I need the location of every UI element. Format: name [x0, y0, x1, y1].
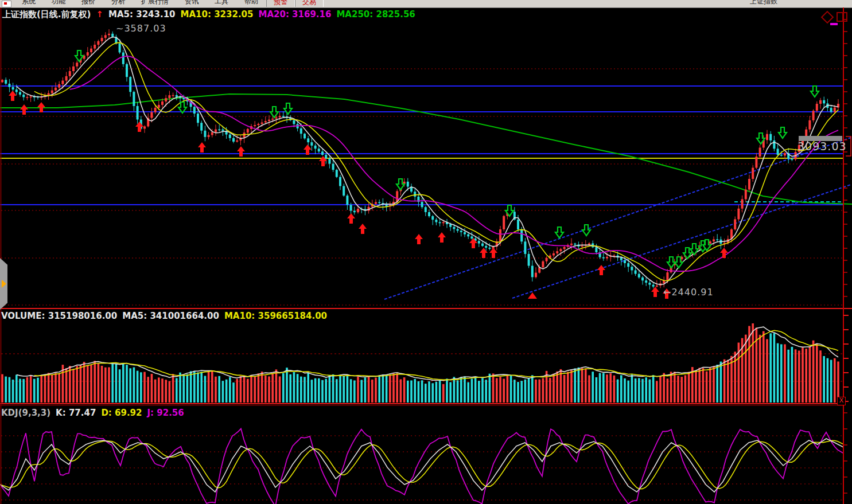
kdj-j: J: 92.56 — [147, 408, 184, 418]
sidebar-expand-handle[interactable] — [0, 258, 7, 310]
low-price-annotation: ←2440.91 — [663, 287, 714, 298]
low-marker: ← — [663, 287, 671, 298]
kdj-k: K: 77.47 — [56, 408, 96, 418]
kdj-name: KDJ(9,3,3) — [1, 408, 50, 418]
up-arrow-icon: ↑ — [96, 9, 103, 19]
main-chart-header: 上证指数(日线.前复权)↑MA5: 3243.10MA10: 3232.05MA… — [2, 9, 421, 20]
app-window: 系统 功能 报价 分析 扩展行情 资讯 工具 帮助 预警 交易 上证指数 上证指… — [0, 0, 852, 504]
ma250-value: MA250: 2825.56 — [336, 9, 415, 19]
high-price-annotation: ~3587.03 — [116, 23, 166, 34]
ma5-value: MA5: 3243.10 — [108, 9, 176, 19]
volume-ma5: MA5: 341001664.00 — [122, 311, 219, 321]
kdj-d: D: 69.92 — [101, 408, 142, 418]
volume-value: VOLUME: 315198016.00 — [1, 311, 117, 321]
chart-canvas[interactable] — [0, 0, 852, 504]
magenta-marker-icon — [830, 23, 838, 25]
ma20-value: MA20: 3169.16 — [258, 9, 331, 19]
last-price-tag: 3093.03 — [797, 140, 847, 153]
indicator-close-button[interactable]: X — [837, 397, 846, 405]
high-marker: ~ — [116, 23, 124, 34]
window-split-icon[interactable] — [837, 12, 847, 22]
high-value: 3587.03 — [124, 23, 166, 34]
volume-ma10: MA10: 359665184.00 — [224, 311, 327, 321]
kdj-header: KDJ(9,3,3)K: 77.47D: 69.92J: 92.56 — [1, 407, 189, 418]
volume-header: VOLUME: 315198016.00MA5: 341001664.00MA1… — [1, 310, 332, 321]
chart-title: 上证指数(日线.前复权) — [2, 9, 91, 19]
low-value: 2440.91 — [671, 287, 713, 298]
expand-arrow-icon — [2, 280, 6, 288]
ma10-value: MA10: 3232.05 — [181, 9, 254, 19]
